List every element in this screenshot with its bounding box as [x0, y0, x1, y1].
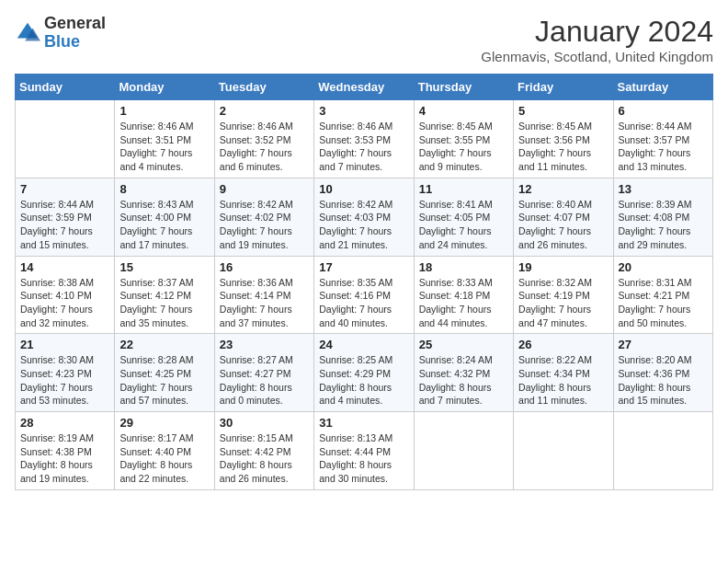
week-row-2: 7Sunrise: 8:44 AMSunset: 3:59 PMDaylight…	[16, 178, 713, 256]
day-info: Sunrise: 8:38 AMSunset: 4:10 PMDaylight:…	[20, 276, 109, 330]
calendar-cell: 30Sunrise: 8:15 AMSunset: 4:42 PMDayligh…	[214, 412, 313, 490]
title-section: January 2024 Glenmavis, Scotland, United…	[481, 15, 713, 64]
day-number: 20	[619, 260, 708, 274]
day-info: Sunrise: 8:41 AMSunset: 4:05 PMDaylight:…	[419, 198, 508, 252]
day-info: Sunrise: 8:27 AMSunset: 4:27 PMDaylight:…	[220, 353, 309, 408]
calendar-cell: 6Sunrise: 8:44 AMSunset: 3:57 PMDaylight…	[613, 100, 712, 178]
calendar-cell: 17Sunrise: 8:35 AMSunset: 4:16 PMDayligh…	[314, 256, 414, 334]
day-number: 4	[419, 104, 508, 118]
day-info: Sunrise: 8:19 AMSunset: 4:38 PMDaylight:…	[20, 431, 109, 486]
day-info: Sunrise: 8:46 AMSunset: 3:52 PMDaylight:…	[220, 120, 309, 174]
day-info: Sunrise: 8:28 AMSunset: 4:25 PMDaylight:…	[119, 353, 209, 408]
day-number: 10	[319, 182, 408, 196]
calendar: SundayMondayTuesdayWednesdayThursdayFrid…	[15, 74, 713, 490]
day-info: Sunrise: 8:25 AMSunset: 4:29 PMDaylight:…	[319, 353, 408, 408]
day-info: Sunrise: 8:44 AMSunset: 3:57 PMDaylight:…	[619, 120, 708, 174]
day-info: Sunrise: 8:13 AMSunset: 4:44 PMDaylight:…	[319, 431, 408, 486]
day-info: Sunrise: 8:20 AMSunset: 4:36 PMDaylight:…	[619, 353, 708, 408]
day-number: 3	[319, 104, 408, 118]
day-info: Sunrise: 8:33 AMSunset: 4:18 PMDaylight:…	[419, 276, 508, 330]
calendar-cell	[613, 412, 712, 490]
day-number: 28	[20, 416, 109, 430]
weekday-header-saturday: Saturday	[613, 75, 712, 100]
day-number: 22	[119, 338, 209, 351]
day-info: Sunrise: 8:46 AMSunset: 3:51 PMDaylight:…	[119, 120, 209, 174]
day-info: Sunrise: 8:43 AMSunset: 4:00 PMDaylight:…	[119, 198, 209, 252]
calendar-cell: 18Sunrise: 8:33 AMSunset: 4:18 PMDayligh…	[414, 256, 513, 334]
calendar-cell: 29Sunrise: 8:17 AMSunset: 4:40 PMDayligh…	[115, 412, 214, 490]
calendar-cell: 16Sunrise: 8:36 AMSunset: 4:14 PMDayligh…	[214, 256, 313, 334]
calendar-cell: 15Sunrise: 8:37 AMSunset: 4:12 PMDayligh…	[115, 256, 214, 334]
calendar-cell: 26Sunrise: 8:22 AMSunset: 4:34 PMDayligh…	[514, 334, 613, 412]
calendar-cell: 12Sunrise: 8:40 AMSunset: 4:07 PMDayligh…	[514, 178, 613, 256]
calendar-cell: 4Sunrise: 8:45 AMSunset: 3:55 PMDaylight…	[414, 100, 513, 178]
day-info: Sunrise: 8:42 AMSunset: 4:02 PMDaylight:…	[220, 198, 309, 252]
weekday-header-row: SundayMondayTuesdayWednesdayThursdayFrid…	[16, 75, 713, 100]
day-number: 27	[619, 338, 708, 351]
day-number: 11	[419, 182, 508, 196]
day-info: Sunrise: 8:36 AMSunset: 4:14 PMDaylight:…	[220, 276, 309, 330]
calendar-cell: 13Sunrise: 8:39 AMSunset: 4:08 PMDayligh…	[613, 178, 712, 256]
page-header: General Blue January 2024 Glenmavis, Sco…	[15, 15, 713, 64]
day-info: Sunrise: 8:22 AMSunset: 4:34 PMDaylight:…	[518, 353, 608, 408]
weekday-header-monday: Monday	[115, 75, 214, 100]
month-title: January 2024	[481, 15, 713, 49]
day-number: 1	[119, 104, 209, 118]
day-info: Sunrise: 8:30 AMSunset: 4:23 PMDaylight:…	[20, 353, 109, 408]
day-number: 18	[419, 260, 508, 274]
calendar-cell	[414, 412, 513, 490]
calendar-cell	[16, 100, 115, 178]
day-info: Sunrise: 8:45 AMSunset: 3:55 PMDaylight:…	[419, 120, 508, 174]
week-row-1: 1Sunrise: 8:46 AMSunset: 3:51 PMDaylight…	[16, 100, 713, 178]
day-number: 15	[119, 260, 209, 274]
day-number: 7	[20, 182, 109, 196]
day-info: Sunrise: 8:15 AMSunset: 4:42 PMDaylight:…	[220, 431, 309, 486]
calendar-cell: 23Sunrise: 8:27 AMSunset: 4:27 PMDayligh…	[214, 334, 313, 412]
day-number: 19	[518, 260, 608, 274]
day-info: Sunrise: 8:37 AMSunset: 4:12 PMDaylight:…	[119, 276, 209, 330]
logo-blue: Blue	[44, 33, 106, 52]
week-row-3: 14Sunrise: 8:38 AMSunset: 4:10 PMDayligh…	[16, 256, 713, 334]
day-number: 26	[518, 338, 608, 351]
week-row-4: 21Sunrise: 8:30 AMSunset: 4:23 PMDayligh…	[16, 334, 713, 412]
calendar-cell: 5Sunrise: 8:45 AMSunset: 3:56 PMDaylight…	[514, 100, 613, 178]
calendar-cell: 27Sunrise: 8:20 AMSunset: 4:36 PMDayligh…	[613, 334, 712, 412]
calendar-cell: 10Sunrise: 8:42 AMSunset: 4:03 PMDayligh…	[314, 178, 414, 256]
day-info: Sunrise: 8:46 AMSunset: 3:53 PMDaylight:…	[319, 120, 408, 174]
day-info: Sunrise: 8:42 AMSunset: 4:03 PMDaylight:…	[319, 198, 408, 252]
day-info: Sunrise: 8:32 AMSunset: 4:19 PMDaylight:…	[518, 276, 608, 330]
day-number: 13	[619, 182, 708, 196]
day-number: 12	[518, 182, 608, 196]
day-number: 9	[220, 182, 309, 196]
calendar-cell: 7Sunrise: 8:44 AMSunset: 3:59 PMDaylight…	[16, 178, 115, 256]
day-number: 5	[518, 104, 608, 118]
logo-text: General Blue	[44, 15, 106, 52]
weekday-header-sunday: Sunday	[16, 75, 115, 100]
weekday-header-tuesday: Tuesday	[214, 75, 313, 100]
day-number: 23	[220, 338, 309, 351]
day-info: Sunrise: 8:17 AMSunset: 4:40 PMDaylight:…	[119, 431, 209, 486]
logo-icon	[15, 20, 40, 46]
day-number: 16	[220, 260, 309, 274]
day-info: Sunrise: 8:39 AMSunset: 4:08 PMDaylight:…	[619, 198, 708, 252]
day-info: Sunrise: 8:44 AMSunset: 3:59 PMDaylight:…	[20, 198, 109, 252]
day-number: 24	[319, 338, 408, 351]
day-number: 17	[319, 260, 408, 274]
calendar-cell: 28Sunrise: 8:19 AMSunset: 4:38 PMDayligh…	[16, 412, 115, 490]
calendar-cell: 24Sunrise: 8:25 AMSunset: 4:29 PMDayligh…	[314, 334, 414, 412]
day-number: 14	[20, 260, 109, 274]
calendar-cell: 20Sunrise: 8:31 AMSunset: 4:21 PMDayligh…	[613, 256, 712, 334]
day-number: 30	[220, 416, 309, 430]
day-number: 31	[319, 416, 408, 430]
weekday-header-wednesday: Wednesday	[314, 75, 414, 100]
calendar-cell: 14Sunrise: 8:38 AMSunset: 4:10 PMDayligh…	[16, 256, 115, 334]
calendar-cell: 11Sunrise: 8:41 AMSunset: 4:05 PMDayligh…	[414, 178, 513, 256]
day-number: 25	[419, 338, 508, 351]
weekday-header-friday: Friday	[514, 75, 613, 100]
calendar-cell: 25Sunrise: 8:24 AMSunset: 4:32 PMDayligh…	[414, 334, 513, 412]
calendar-cell: 2Sunrise: 8:46 AMSunset: 3:52 PMDaylight…	[214, 100, 313, 178]
calendar-cell: 3Sunrise: 8:46 AMSunset: 3:53 PMDaylight…	[314, 100, 414, 178]
day-number: 21	[20, 338, 109, 351]
calendar-cell: 8Sunrise: 8:43 AMSunset: 4:00 PMDaylight…	[115, 178, 214, 256]
day-number: 6	[619, 104, 708, 118]
